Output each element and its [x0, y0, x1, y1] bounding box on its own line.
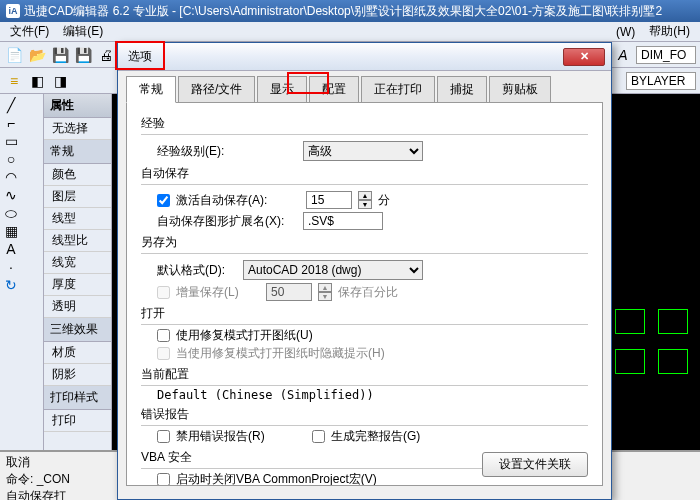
dialog-tabs: 常规 路径/文件 显示 配置 正在打印 捕捉 剪贴板 — [118, 71, 611, 102]
layer-icon[interactable]: ≡ — [4, 71, 24, 91]
saveall-icon[interactable]: 💾 — [73, 45, 93, 65]
group-saveas-label: 另存为 — [141, 234, 588, 251]
tab-general[interactable]: 常规 — [126, 76, 176, 103]
tab-printing[interactable]: 正在打印 — [361, 76, 435, 103]
autosave-spinner[interactable]: ▲▼ — [358, 191, 372, 209]
autosave-checkbox[interactable] — [157, 194, 170, 207]
prop-group-plot: 打印样式 — [44, 386, 111, 410]
file-assoc-button[interactable]: 设置文件关联 — [482, 452, 588, 477]
exp-level-select[interactable]: 高级 — [303, 141, 423, 161]
incremental-percent-input — [266, 283, 312, 301]
dim-style-box[interactable]: DIM_FO — [636, 46, 696, 64]
app-titlebar: iA 迅捷CAD编辑器 6.2 专业版 - [C:\Users\Administ… — [0, 0, 700, 22]
autosave-minutes-input[interactable] — [306, 191, 352, 209]
incremental-save-label: 增量保存(L) — [176, 284, 260, 301]
default-fmt-select[interactable]: AutoCAD 2018 (dwg) — [243, 260, 423, 280]
autosave-ext-input[interactable] — [303, 212, 383, 230]
line-tool-icon[interactable]: ╱ — [2, 96, 20, 114]
spline-tool-icon[interactable]: ∿ — [2, 186, 20, 204]
incremental-save-checkbox — [157, 286, 170, 299]
full-report-label: 生成完整报告(G) — [331, 428, 420, 445]
prop-plotstyle[interactable]: 打印 — [44, 410, 111, 432]
dialog-body: 经验 经验级别(E): 高级 自动保存 激活自动保存(A): ▲▼ 分 自动保存… — [126, 102, 603, 486]
autosave-label: 激活自动保存(A): — [176, 192, 300, 209]
save-icon[interactable]: 💾 — [50, 45, 70, 65]
drawing-block — [658, 309, 688, 334]
tab-paths[interactable]: 路径/文件 — [178, 76, 255, 103]
prop-linetype[interactable]: 线型 — [44, 208, 111, 230]
rect-tool-icon[interactable]: ▭ — [2, 132, 20, 150]
options-dialog: 选项 ✕ 常规 路径/文件 显示 配置 正在打印 捕捉 剪贴板 经验 经验级别(… — [117, 42, 612, 500]
print-icon[interactable]: 🖨 — [96, 45, 116, 65]
properties-panel: 属性 无选择 常规 颜色 图层 线型 线型比 线宽 厚度 透明 三维效果 材质 … — [44, 94, 112, 450]
disable-error-report-label: 禁用错误报告(R) — [176, 428, 306, 445]
group-open-label: 打开 — [141, 305, 588, 322]
prop-group-general: 常规 — [44, 140, 111, 164]
ellipse-tool-icon[interactable]: ⬭ — [2, 204, 20, 222]
repair-open-checkbox[interactable] — [157, 329, 170, 342]
disable-error-report-checkbox[interactable] — [157, 430, 170, 443]
menu-window-suffix[interactable]: (W) — [610, 23, 641, 41]
default-fmt-label: 默认格式(D): — [157, 262, 237, 279]
prop-group-3d: 三维效果 — [44, 318, 111, 342]
text-tool-icon[interactable]: A — [2, 240, 20, 258]
drawing-block — [658, 349, 688, 374]
prop-shadow[interactable]: 阴影 — [44, 364, 111, 386]
point-tool-icon[interactable]: · — [2, 258, 20, 276]
exp-level-label: 经验级别(E): — [157, 143, 297, 160]
prop-ltscale[interactable]: 线型比 — [44, 230, 111, 252]
circle-tool-icon[interactable]: ○ — [2, 150, 20, 168]
drawing-block — [615, 349, 645, 374]
app-title: 迅捷CAD编辑器 6.2 专业版 - [C:\Users\Administrat… — [24, 0, 662, 22]
hide-repair-prompt-label: 当使用修复模式打开图纸时隐藏提示(H) — [176, 345, 385, 362]
drawing-block — [615, 309, 645, 334]
vba-disable-label: 启动时关闭VBA CommonProject宏(V) — [176, 471, 377, 486]
tab-clipboard[interactable]: 剪贴板 — [489, 76, 551, 103]
properties-header: 属性 — [44, 94, 111, 118]
tab-display[interactable]: 显示 — [257, 76, 307, 103]
prop-material[interactable]: 材质 — [44, 342, 111, 364]
menubar: 文件(F) 编辑(E) (W) 帮助(H) — [0, 22, 700, 42]
arc-tool-icon[interactable]: ◠ — [2, 168, 20, 186]
selection-label[interactable]: 无选择 — [44, 118, 111, 140]
left-tool-palette: ╱ ⌐ ▭ ○ ◠ ∿ ⬭ ▦ A · ↻ — [0, 94, 44, 450]
hatch-tool-icon[interactable]: ▦ — [2, 222, 20, 240]
open-icon[interactable]: 📂 — [27, 45, 47, 65]
layer-state-icon[interactable]: ◧ — [27, 71, 47, 91]
repair-open-label: 使用修复模式打开图纸(U) — [176, 327, 313, 344]
hide-repair-prompt-checkbox — [157, 347, 170, 360]
menu-edit[interactable]: 编辑(E) — [57, 21, 109, 42]
group-error-label: 错误报告 — [141, 406, 588, 423]
full-report-checkbox[interactable] — [312, 430, 325, 443]
group-autosave-label: 自动保存 — [141, 165, 588, 182]
autosave-ext-label: 自动保存图形扩展名(X): — [157, 213, 297, 230]
dialog-title: 选项 — [124, 48, 563, 65]
font-italic-icon[interactable]: A — [613, 45, 633, 65]
new-icon[interactable]: 📄 — [4, 45, 24, 65]
prop-transparency[interactable]: 透明 — [44, 296, 111, 318]
prop-color[interactable]: 颜色 — [44, 164, 111, 186]
refresh-tool-icon[interactable]: ↻ — [2, 276, 20, 294]
menu-file[interactable]: 文件(F) — [4, 21, 55, 42]
incremental-spinner: ▲▼ — [318, 283, 332, 301]
prop-lineweight[interactable]: 线宽 — [44, 252, 111, 274]
autosave-unit: 分 — [378, 192, 390, 209]
tab-snap[interactable]: 捕捉 — [437, 76, 487, 103]
color-bylayer-box[interactable]: BYLAYER — [626, 72, 696, 90]
app-icon: iA — [6, 4, 20, 18]
close-button[interactable]: ✕ — [563, 48, 605, 66]
prop-layer[interactable]: 图层 — [44, 186, 111, 208]
tab-config[interactable]: 配置 — [309, 76, 359, 103]
menu-help[interactable]: 帮助(H) — [643, 21, 696, 42]
group-curcfg-label: 当前配置 — [141, 366, 588, 383]
layer-iso-icon[interactable]: ◨ — [50, 71, 70, 91]
prop-thickness[interactable]: 厚度 — [44, 274, 111, 296]
dialog-titlebar[interactable]: 选项 ✕ — [118, 43, 611, 71]
vba-disable-checkbox[interactable] — [157, 473, 170, 486]
current-config-value: Default (Chinese (Simplified)) — [157, 388, 588, 402]
incremental-unit: 保存百分比 — [338, 284, 398, 301]
polyline-tool-icon[interactable]: ⌐ — [2, 114, 20, 132]
group-experience-label: 经验 — [141, 115, 588, 132]
